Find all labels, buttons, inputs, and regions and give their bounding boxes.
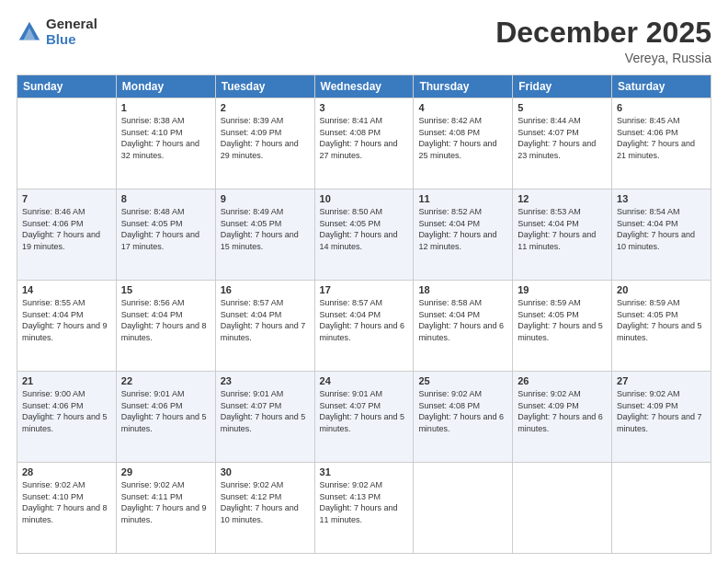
- day-info: Sunrise: 8:42 AMSunset: 4:08 PMDaylight:…: [418, 115, 507, 161]
- day-number: 1: [121, 102, 210, 113]
- location: Vereya, Russia: [495, 51, 711, 65]
- day-number: 5: [518, 102, 607, 113]
- day-header: Saturday: [612, 75, 711, 98]
- page: General Blue December 2025 Vereya, Russi…: [0, 0, 728, 563]
- day-number: 3: [320, 102, 409, 113]
- calendar-day: 2Sunrise: 8:39 AMSunset: 4:09 PMDaylight…: [215, 98, 314, 190]
- day-info: Sunrise: 8:50 AMSunset: 4:05 PMDaylight:…: [320, 206, 409, 252]
- day-header: Wednesday: [314, 75, 414, 98]
- day-header: Sunday: [17, 75, 117, 98]
- day-number: 4: [418, 102, 507, 113]
- day-info: Sunrise: 8:53 AMSunset: 4:04 PMDaylight:…: [518, 206, 607, 252]
- calendar-empty: [513, 463, 612, 554]
- day-info: Sunrise: 8:41 AMSunset: 4:08 PMDaylight:…: [320, 115, 409, 161]
- calendar-day: 29Sunrise: 9:02 AMSunset: 4:11 PMDayligh…: [116, 463, 215, 554]
- day-info: Sunrise: 8:56 AMSunset: 4:04 PMDaylight:…: [121, 297, 210, 343]
- calendar-day: 30Sunrise: 9:02 AMSunset: 4:12 PMDayligh…: [215, 463, 314, 554]
- day-number: 6: [617, 102, 706, 113]
- day-info: Sunrise: 9:02 AMSunset: 4:13 PMDaylight:…: [320, 479, 409, 525]
- calendar-day: 5Sunrise: 8:44 AMSunset: 4:07 PMDaylight…: [513, 98, 612, 190]
- day-info: Sunrise: 8:55 AMSunset: 4:04 PMDaylight:…: [22, 297, 111, 343]
- calendar-week-row: 7Sunrise: 8:46 AMSunset: 4:06 PMDaylight…: [17, 190, 711, 281]
- calendar-day: 17Sunrise: 8:57 AMSunset: 4:04 PMDayligh…: [314, 281, 414, 372]
- calendar-day: 1Sunrise: 8:38 AMSunset: 4:10 PMDaylight…: [116, 98, 215, 190]
- day-info: Sunrise: 9:01 AMSunset: 4:07 PMDaylight:…: [221, 388, 310, 434]
- calendar-day: 7Sunrise: 8:46 AMSunset: 4:06 PMDaylight…: [17, 190, 117, 281]
- calendar-day: 6Sunrise: 8:45 AMSunset: 4:06 PMDaylight…: [612, 98, 711, 190]
- calendar-day: 19Sunrise: 8:59 AMSunset: 4:05 PMDayligh…: [513, 281, 612, 372]
- day-number: 18: [418, 284, 507, 295]
- calendar-day: 16Sunrise: 8:57 AMSunset: 4:04 PMDayligh…: [215, 281, 314, 372]
- calendar-week-row: 14Sunrise: 8:55 AMSunset: 4:04 PMDayligh…: [17, 281, 711, 372]
- day-number: 20: [617, 284, 706, 295]
- day-info: Sunrise: 8:45 AMSunset: 4:06 PMDaylight:…: [617, 115, 706, 161]
- day-info: Sunrise: 9:02 AMSunset: 4:10 PMDaylight:…: [22, 479, 111, 525]
- logo-icon: [17, 19, 42, 45]
- calendar-header-row: SundayMondayTuesdayWednesdayThursdayFrid…: [17, 75, 711, 98]
- day-info: Sunrise: 9:01 AMSunset: 4:06 PMDaylight:…: [121, 388, 210, 434]
- calendar-empty: [414, 463, 513, 554]
- day-number: 12: [518, 193, 607, 204]
- day-number: 25: [418, 375, 507, 386]
- day-number: 16: [221, 284, 310, 295]
- calendar-day: 13Sunrise: 8:54 AMSunset: 4:04 PMDayligh…: [612, 190, 711, 281]
- calendar-day: 15Sunrise: 8:56 AMSunset: 4:04 PMDayligh…: [116, 281, 215, 372]
- calendar: SundayMondayTuesdayWednesdayThursdayFrid…: [17, 75, 711, 554]
- day-number: 24: [320, 375, 409, 386]
- title-block: December 2025 Vereya, Russia: [495, 17, 711, 65]
- day-info: Sunrise: 8:46 AMSunset: 4:06 PMDaylight:…: [22, 206, 111, 252]
- day-info: Sunrise: 9:02 AMSunset: 4:09 PMDaylight:…: [518, 388, 607, 434]
- day-number: 19: [518, 284, 607, 295]
- month-title: December 2025: [495, 17, 711, 49]
- calendar-day: 27Sunrise: 9:02 AMSunset: 4:09 PMDayligh…: [612, 372, 711, 463]
- calendar-day: 14Sunrise: 8:55 AMSunset: 4:04 PMDayligh…: [17, 281, 117, 372]
- day-info: Sunrise: 8:57 AMSunset: 4:04 PMDaylight:…: [221, 297, 310, 343]
- day-number: 28: [22, 466, 111, 477]
- calendar-day: 23Sunrise: 9:01 AMSunset: 4:07 PMDayligh…: [215, 372, 314, 463]
- day-info: Sunrise: 8:54 AMSunset: 4:04 PMDaylight:…: [617, 206, 706, 252]
- calendar-day: 3Sunrise: 8:41 AMSunset: 4:08 PMDaylight…: [314, 98, 414, 190]
- day-number: 17: [320, 284, 409, 295]
- day-number: 10: [320, 193, 409, 204]
- day-number: 31: [320, 466, 409, 477]
- day-info: Sunrise: 9:00 AMSunset: 4:06 PMDaylight:…: [22, 388, 111, 434]
- day-number: 14: [22, 284, 111, 295]
- calendar-day: 26Sunrise: 9:02 AMSunset: 4:09 PMDayligh…: [513, 372, 612, 463]
- day-info: Sunrise: 9:02 AMSunset: 4:09 PMDaylight:…: [617, 388, 706, 434]
- calendar-day: 21Sunrise: 9:00 AMSunset: 4:06 PMDayligh…: [17, 372, 117, 463]
- day-header: Thursday: [414, 75, 513, 98]
- day-number: 22: [121, 375, 210, 386]
- day-info: Sunrise: 9:02 AMSunset: 4:12 PMDaylight:…: [221, 479, 310, 525]
- calendar-day: 25Sunrise: 9:02 AMSunset: 4:08 PMDayligh…: [414, 372, 513, 463]
- day-number: 23: [221, 375, 310, 386]
- day-number: 15: [121, 284, 210, 295]
- calendar-day: 24Sunrise: 9:01 AMSunset: 4:07 PMDayligh…: [314, 372, 414, 463]
- day-number: 7: [22, 193, 111, 204]
- calendar-day: 12Sunrise: 8:53 AMSunset: 4:04 PMDayligh…: [513, 190, 612, 281]
- day-header: Friday: [513, 75, 612, 98]
- logo-blue: Blue: [46, 32, 97, 48]
- logo-general: General: [46, 17, 97, 32]
- day-info: Sunrise: 9:02 AMSunset: 4:11 PMDaylight:…: [121, 479, 210, 525]
- day-info: Sunrise: 8:39 AMSunset: 4:09 PMDaylight:…: [221, 115, 310, 161]
- day-info: Sunrise: 8:38 AMSunset: 4:10 PMDaylight:…: [121, 115, 210, 161]
- day-number: 2: [221, 102, 310, 113]
- day-info: Sunrise: 8:52 AMSunset: 4:04 PMDaylight:…: [418, 206, 507, 252]
- day-info: Sunrise: 9:02 AMSunset: 4:08 PMDaylight:…: [418, 388, 507, 434]
- day-info: Sunrise: 8:48 AMSunset: 4:05 PMDaylight:…: [121, 206, 210, 252]
- day-number: 26: [518, 375, 607, 386]
- calendar-week-row: 1Sunrise: 8:38 AMSunset: 4:10 PMDaylight…: [17, 98, 711, 190]
- calendar-day: 22Sunrise: 9:01 AMSunset: 4:06 PMDayligh…: [116, 372, 215, 463]
- calendar-week-row: 21Sunrise: 9:00 AMSunset: 4:06 PMDayligh…: [17, 372, 711, 463]
- calendar-empty: [612, 463, 711, 554]
- header: General Blue December 2025 Vereya, Russi…: [17, 17, 711, 65]
- day-info: Sunrise: 8:44 AMSunset: 4:07 PMDaylight:…: [518, 115, 607, 161]
- day-header: Tuesday: [215, 75, 314, 98]
- calendar-day: 9Sunrise: 8:49 AMSunset: 4:05 PMDaylight…: [215, 190, 314, 281]
- logo-text: General Blue: [46, 17, 97, 47]
- day-number: 13: [617, 193, 706, 204]
- day-info: Sunrise: 8:49 AMSunset: 4:05 PMDaylight:…: [221, 206, 310, 252]
- day-number: 30: [221, 466, 310, 477]
- day-number: 27: [617, 375, 706, 386]
- day-info: Sunrise: 8:59 AMSunset: 4:05 PMDaylight:…: [617, 297, 706, 343]
